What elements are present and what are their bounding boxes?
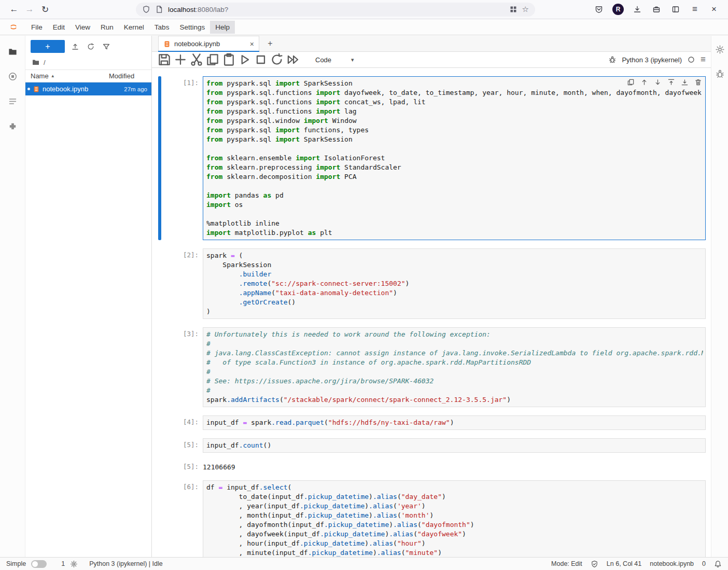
upload-icon[interactable] (71, 43, 79, 51)
code-editor[interactable]: spark = ( SparkSession .builder .remote(… (203, 248, 706, 319)
cell-collapser[interactable] (158, 415, 161, 430)
save-button[interactable] (157, 53, 172, 66)
code-line: , month(input_df.pickup_datetime).alias(… (206, 511, 703, 520)
bell-icon[interactable] (714, 560, 722, 568)
pocket-icon[interactable] (591, 2, 607, 17)
code-line: from sklearn.decomposition import PCA (206, 172, 703, 182)
right-sidebar-bug-icon[interactable] (711, 65, 728, 82)
menu-edit[interactable]: Edit (48, 21, 70, 34)
menu-tabs[interactable]: Tabs (149, 21, 175, 34)
code-editor[interactable]: input_df = spark.read.parquet("hdfs://hd… (203, 415, 706, 430)
forward-icon[interactable]: → (22, 2, 37, 17)
sidebar-tab-extensions[interactable] (0, 114, 25, 138)
code-line: input_df = spark.read.parquet("hdfs://hd… (206, 418, 703, 427)
notebook-scroll-area[interactable]: [1]:from pyspark.sql import SparkSession… (152, 68, 711, 557)
duplicate-icon[interactable] (627, 78, 635, 86)
run-button[interactable] (237, 53, 252, 66)
sidebar-tab-running[interactable] (0, 64, 25, 89)
notebook-cell: [2]:spark = ( SparkSession .builder .rem… (158, 248, 711, 319)
run-all-button[interactable] (286, 53, 300, 66)
code-line: # java.lang.ClassCastException: cannot a… (206, 349, 703, 358)
move-up-icon[interactable] (640, 78, 648, 86)
back-icon[interactable]: ← (6, 2, 22, 17)
stop-button[interactable] (254, 53, 268, 66)
right-sidebar-gear-icon[interactable] (711, 41, 728, 58)
new-launcher-button[interactable]: + (31, 40, 65, 53)
simple-mode-toggle[interactable] (31, 560, 47, 568)
code-line: , hour(input_df.pickup_datetime).alias("… (206, 539, 703, 548)
copy-button[interactable] (205, 53, 220, 66)
cell-collapser[interactable] (158, 327, 161, 407)
code-line: # Unfortunately this is needed to work a… (206, 330, 703, 339)
insert-button[interactable] (173, 53, 188, 66)
menu-kernel[interactable]: Kernel (119, 21, 149, 34)
insert-above-icon[interactable] (667, 78, 675, 86)
notebook-toolbar: Code▾ Python 3 (ipykernel) ≡ (152, 52, 711, 68)
account-badge[interactable]: R (610, 2, 626, 17)
sidebar-tab-files[interactable] (0, 39, 25, 64)
refresh-icon[interactable] (87, 43, 95, 51)
breadcrumb[interactable]: / (25, 56, 151, 69)
sidebars-icon[interactable] (668, 2, 683, 17)
cell-collapser[interactable] (158, 248, 161, 319)
cell-collapser[interactable] (158, 76, 161, 240)
bookmark-star-icon[interactable]: ☆ (522, 5, 529, 14)
code-editor[interactable]: # Unfortunately this is needed to work a… (203, 327, 706, 407)
file-row-notebook[interactable]: notebook.ipynb 27m ago (25, 82, 151, 95)
code-line: input_df.count() (206, 441, 703, 450)
kernel-status-text[interactable]: Python 3 (ipykernel) | Idle (89, 560, 163, 567)
code-editor[interactable]: from pyspark.sql import SparkSessionfrom… (203, 76, 706, 240)
code-editor[interactable]: input_df.count() (203, 438, 706, 453)
insert-below-icon[interactable] (681, 78, 689, 86)
menu-icon[interactable]: ≡ (687, 2, 703, 17)
code-line: , minute(input_df.pickup_datetime).alias… (206, 548, 703, 557)
tracking-shield-icon[interactable] (142, 5, 150, 13)
notebook-menu-icon[interactable]: ≡ (701, 54, 706, 65)
cell-collapser[interactable] (158, 438, 161, 472)
kernel-sessions-icon[interactable] (70, 560, 78, 568)
menu-file[interactable]: File (26, 21, 48, 34)
move-down-icon[interactable] (654, 78, 662, 86)
paste-button[interactable] (221, 53, 236, 66)
menu-view[interactable]: View (70, 21, 95, 34)
code-line: from pyspark.sql.functions import lag (206, 107, 703, 116)
execution-count: [4]: (166, 415, 199, 430)
delete-icon[interactable] (694, 78, 702, 86)
containers-grid-icon[interactable] (509, 5, 517, 13)
code-line: ) (206, 307, 703, 316)
kernel-sessions-count[interactable]: 1 (61, 560, 65, 567)
downloads-icon[interactable] (629, 2, 645, 17)
toolbox-icon[interactable] (649, 2, 664, 17)
close-icon[interactable]: × (706, 2, 722, 17)
tab-close-icon[interactable]: × (250, 40, 254, 48)
cursor-position[interactable]: Ln 6, Col 41 (607, 560, 641, 567)
menu-help[interactable]: Help (210, 21, 235, 34)
debugger-bug-icon[interactable] (608, 55, 617, 64)
sort-by-modified[interactable]: Modified (109, 72, 146, 80)
sort-by-name[interactable]: Name▲ (31, 72, 109, 80)
reload-icon[interactable]: ↻ (37, 2, 53, 17)
cell-type-dropdown[interactable]: Code▾ (310, 54, 359, 65)
code-line: from pyspark.sql import functions, types (206, 126, 703, 135)
kernel-name[interactable]: Python 3 (ipykernel) (622, 56, 682, 64)
sidebar-tab-toc[interactable] (0, 89, 25, 114)
trusted-shield-icon (591, 560, 598, 568)
code-line: spark = ( (206, 251, 703, 260)
menu-run[interactable]: Run (95, 21, 119, 34)
breadcrumb-root[interactable]: / (44, 59, 46, 66)
cell-collapser[interactable] (158, 480, 161, 557)
new-tab-button[interactable]: + (263, 37, 277, 50)
url-bar[interactable]: localhost:8080/lab? ☆ (136, 3, 535, 17)
notebook-file-icon (33, 86, 40, 93)
filter-icon[interactable] (102, 43, 110, 51)
url-text: localhost:8080/lab? (168, 6, 505, 13)
code-line (206, 182, 703, 191)
code-editor[interactable]: df = input_df.select( to_date(input_df.p… (203, 480, 706, 557)
notebook-cell: [6]:df = input_df.select( to_date(input_… (158, 480, 711, 557)
restart-button[interactable] (270, 53, 284, 66)
menu-settings[interactable]: Settings (174, 21, 210, 34)
page-info-icon[interactable] (155, 5, 163, 13)
tab-notebook[interactable]: notebook.ipynb × (158, 36, 259, 51)
statusbar-filename: notebook.ipynb (650, 560, 694, 567)
cut-button[interactable] (189, 53, 204, 66)
